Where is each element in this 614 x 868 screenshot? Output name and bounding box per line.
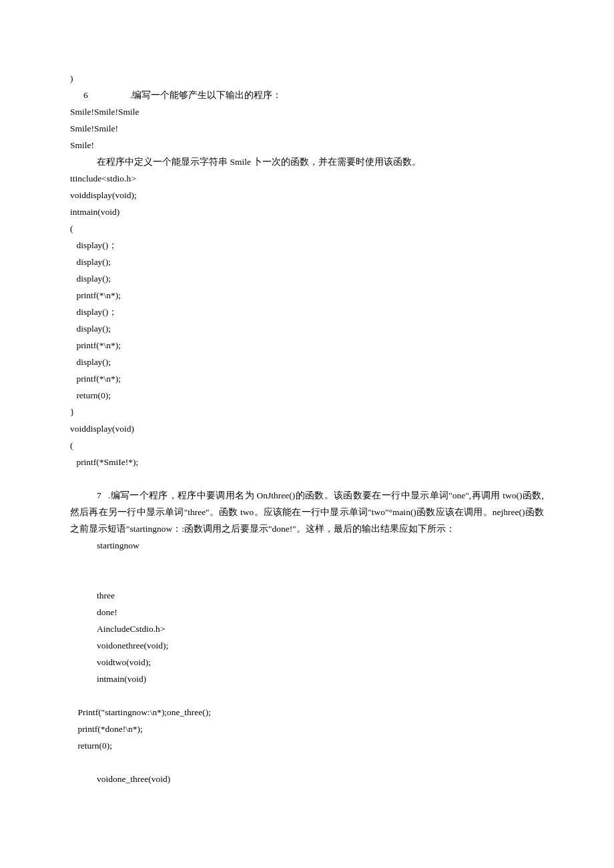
blank-line <box>70 554 544 570</box>
q7-code-line: voidone_three(void) <box>70 771 544 787</box>
q6-code-line: display(); <box>70 354 544 370</box>
q6-code-line: intmain(void) <box>70 203 544 220</box>
q7-code-line: AincludeCstdio.h> <box>70 620 544 637</box>
q6-code-line: printf(*\n*); <box>70 287 544 304</box>
q7-code-line: voidtwo(void); <box>70 654 544 671</box>
q6-code-line: voiddisplay(void) <box>70 420 544 437</box>
q6-code-line: ( <box>70 437 544 454</box>
q6-number: 6 <box>70 87 130 103</box>
blank-line <box>70 570 544 587</box>
blank-line <box>70 687 544 704</box>
q6-code-line: display(); <box>70 270 544 287</box>
q6-code-line: } <box>70 404 544 420</box>
blank-line <box>70 470 544 487</box>
q6-code-line: printf(*\n*); <box>70 337 544 354</box>
q6-code-line: return(0); <box>70 387 544 404</box>
q6-code-line: ( <box>70 220 544 237</box>
q6-code-line: printf(*\n*); <box>70 370 544 387</box>
q7-output-line-2: three <box>70 587 544 604</box>
q7-code-line: intmain(void) <box>70 671 544 687</box>
q7-code-line: voidonethree(void); <box>70 637 544 654</box>
q6-close-paren: ) <box>70 70 544 87</box>
page: ) 6.编写一个能够产生以下输出的程序： Smile!Smile!Smile S… <box>0 0 614 868</box>
q7-code-line: return(0); <box>70 737 544 754</box>
q6-code-line: display(); <box>70 254 544 270</box>
q7-code-line: printf(*done!\n*); <box>70 721 544 737</box>
q6-code-line: voiddisplay(void); <box>70 187 544 203</box>
q6-code-line: printf(*SmiIe!*); <box>70 454 544 470</box>
q6-description: 在程序中定义一个能显示字符串 Smile 卜一次的函数，并在需要时使用该函数。 <box>70 153 544 170</box>
blank-line <box>70 754 544 771</box>
q7-paragraph: 7 .编写一个程序，程序中要调用名为 OnJthree()的函数。该函数要在一行… <box>70 487 544 537</box>
q7-number: 7 . <box>70 487 110 504</box>
q6-heading: 6.编写一个能够产生以下输出的程序： <box>70 87 544 103</box>
q7-output-line-3: done! <box>70 604 544 620</box>
q6-heading-text: .编写一个能够产生以下输出的程序： <box>130 90 282 100</box>
q6-output-line-3: Smile! <box>70 137 544 153</box>
q7-paragraph-text: 编写一个程序，程序中要调用名为 OnJthree()的函数。该函数要在一行中显示… <box>70 490 546 534</box>
q6-code-line: display(); <box>70 320 544 337</box>
q7-output-line-1: startingnow <box>70 537 544 554</box>
q6-code-line: display()； <box>70 304 544 320</box>
q7-code-line: Printf("startingnow:\n*);one_three(); <box>70 704 544 721</box>
q6-code-line: ttinclude<stdio.h> <box>70 170 544 187</box>
q6-output-line-1: Smile!Smile!Smile <box>70 103 544 120</box>
q6-code-line: display()； <box>70 237 544 254</box>
q6-output-line-2: Smile!Smile! <box>70 120 544 137</box>
